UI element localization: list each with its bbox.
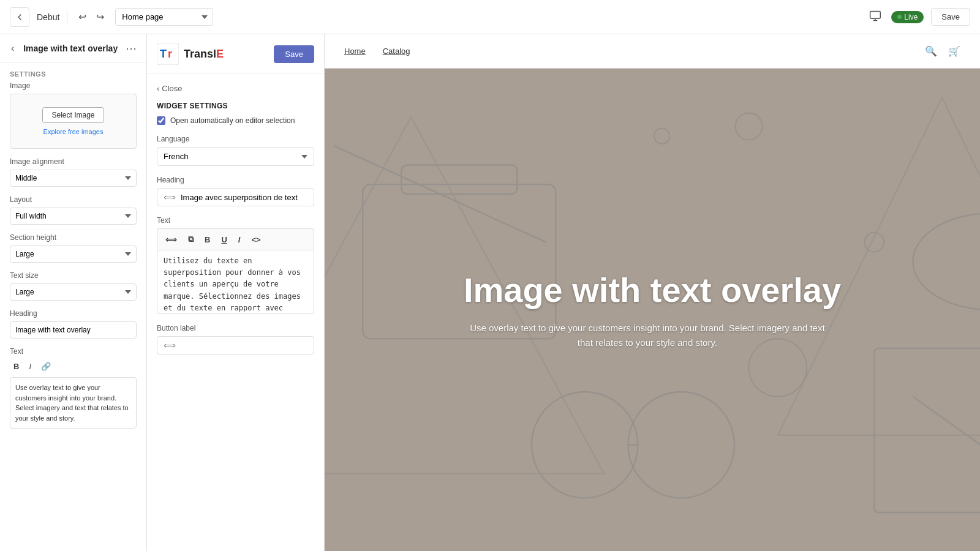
text-content-display[interactable]: Use overlay text to give your customers …: [10, 377, 137, 429]
image-picker: Select Image Explore free images: [10, 94, 137, 149]
auto-open-checkbox[interactable]: [157, 116, 165, 125]
sidebar-content: Image Select Image Explore free images I…: [0, 81, 146, 551]
svg-point-16: [736, 113, 763, 140]
redo-button[interactable]: ↪: [92, 9, 108, 25]
trans-text-textarea[interactable]: [157, 250, 314, 312]
preview-hero: Image with text overlay Use overlay text…: [325, 69, 980, 551]
image-alignment-group: Image alignment MiddleLeftRight: [10, 157, 137, 187]
heading-input[interactable]: [10, 321, 137, 339]
undo-redo-group: ↩ ↪: [75, 9, 108, 25]
language-field-group: Language FrenchSpanishGermanItalian: [157, 135, 314, 166]
text-toolbar: B I 🔗: [10, 359, 137, 373]
transle-logo-text: TranslE: [184, 48, 224, 61]
text-size-select[interactable]: LargeSmallMedium: [10, 283, 137, 301]
trans-code-button[interactable]: <>: [247, 232, 265, 247]
link-button[interactable]: 🔗: [37, 359, 55, 373]
sidebar-back-button[interactable]: ‹: [10, 42, 15, 55]
transle-save-button[interactable]: Save: [274, 45, 314, 63]
trans-button-label-group: Button label ⟺: [157, 324, 314, 354]
language-select[interactable]: FrenchSpanishGermanItalian: [157, 147, 314, 166]
button-translate-icon: ⟺: [164, 340, 176, 350]
desktop-icon[interactable]: [867, 7, 884, 26]
hero-title: Image with text overlay: [464, 270, 841, 310]
transle-logo-accent: E: [216, 48, 224, 60]
close-link[interactable]: ‹ Close: [157, 84, 314, 93]
svg-marker-7: [778, 97, 980, 435]
layout-select[interactable]: Full widthContained: [10, 208, 137, 225]
image-alignment-label: Image alignment: [10, 157, 137, 166]
section-height-group: Section height LargeSmallMedium: [10, 233, 137, 263]
svg-rect-0: [870, 12, 881, 19]
heading-field-group: Heading: [10, 309, 137, 339]
italic-button[interactable]: I: [25, 359, 35, 373]
main-area: ‹ Image with text overlay ⋯ SETTINGS Ima…: [0, 34, 980, 551]
trans-text-toolbar: ⟺ ⧉ B U I <>: [157, 228, 314, 250]
undo-button[interactable]: ↩: [75, 9, 90, 25]
trans-text-label: Text: [157, 216, 314, 225]
sidebar-header: ‹ Image with text overlay ⋯: [0, 34, 146, 63]
svg-point-8: [913, 213, 980, 310]
text-label: Text: [10, 347, 137, 356]
text-size-group: Text size LargeSmallMedium: [10, 271, 137, 301]
trans-heading-input[interactable]: [181, 193, 307, 202]
trans-button-label-input[interactable]: [181, 341, 307, 350]
trans-italic-button[interactable]: I: [234, 232, 245, 247]
trans-button-label-label: Button label: [157, 324, 314, 332]
chevron-left-icon: ‹: [157, 84, 159, 93]
transle-header: T r TranslE Save: [147, 34, 324, 74]
nav-right: 🔍 🛒: [925, 45, 960, 57]
hero-content: Image with text overlay Use overlay text…: [415, 270, 890, 350]
nav-catalog[interactable]: Catalog: [383, 47, 410, 56]
live-dot: [897, 15, 902, 19]
layout-group: Layout Full widthContained: [10, 195, 137, 225]
cart-icon[interactable]: 🛒: [948, 45, 960, 57]
sidebar-title: Image with text overlay: [23, 43, 118, 53]
image-alignment-select[interactable]: MiddleLeftRight: [10, 170, 137, 187]
search-icon[interactable]: 🔍: [925, 45, 937, 57]
image-field-group: Image Select Image Explore free images: [10, 81, 137, 149]
text-field-group: Text B I 🔗 Use overlay text to give your…: [10, 347, 137, 429]
sidebar: ‹ Image with text overlay ⋯ SETTINGS Ima…: [0, 34, 147, 551]
trans-translate-icon-btn[interactable]: ⟺: [161, 232, 181, 247]
preview-area: Home Catalog 🔍 🛒: [325, 34, 980, 551]
text-size-label: Text size: [10, 271, 137, 280]
select-image-button[interactable]: Select Image: [42, 107, 104, 123]
trans-underline-button[interactable]: U: [217, 232, 231, 247]
live-badge: Live: [891, 11, 924, 23]
page-select[interactable]: Home page About Contact: [115, 8, 213, 26]
section-height-label: Section height: [10, 233, 137, 242]
transle-panel: T r TranslE Save ‹ Close WIDGET SETTINGS…: [147, 34, 325, 551]
live-label: Live: [904, 13, 918, 21]
svg-point-20: [654, 129, 669, 144]
sidebar-menu-button[interactable]: ⋯: [126, 42, 137, 55]
explore-free-link[interactable]: Explore free images: [43, 128, 104, 135]
trans-textarea-wrap: [157, 250, 314, 314]
topbar: Debut ↩ ↪ Home page About Contact Live S…: [0, 0, 980, 34]
transle-logo: T r TranslE: [157, 43, 224, 65]
image-label: Image: [10, 81, 137, 90]
topbar-save-button[interactable]: Save: [931, 8, 970, 26]
svg-rect-12: [874, 348, 980, 512]
heading-translate-icon: ⟺: [164, 192, 176, 202]
topbar-divider: [67, 10, 67, 24]
transle-content: ‹ Close WIDGET SETTINGS Open automatical…: [147, 74, 324, 551]
topbar-title: Debut: [37, 12, 59, 22]
widget-settings-label: WIDGET SETTINGS: [157, 102, 314, 110]
trans-copy-button[interactable]: ⧉: [184, 232, 198, 247]
close-label: Close: [162, 84, 182, 93]
auto-open-label: Open automatically on editor selection: [170, 116, 295, 125]
svg-point-9: [532, 392, 638, 498]
preview-nav: Home Catalog 🔍 🛒: [325, 34, 980, 69]
svg-text:r: r: [168, 48, 172, 60]
nav-home[interactable]: Home: [344, 47, 366, 56]
section-height-select[interactable]: LargeSmallMedium: [10, 246, 137, 263]
topbar-back-button[interactable]: [10, 7, 29, 27]
settings-section-label: SETTINGS: [0, 63, 146, 81]
heading-label: Heading: [10, 309, 137, 318]
hero-subtitle: Use overlay text to give your customers …: [464, 321, 831, 350]
layout-label: Layout: [10, 195, 137, 204]
svg-point-10: [628, 392, 734, 498]
bold-button[interactable]: B: [10, 359, 23, 373]
trans-bold-button[interactable]: B: [200, 232, 214, 247]
trans-text-field-group: Text ⟺ ⧉ B U I <>: [157, 216, 314, 314]
